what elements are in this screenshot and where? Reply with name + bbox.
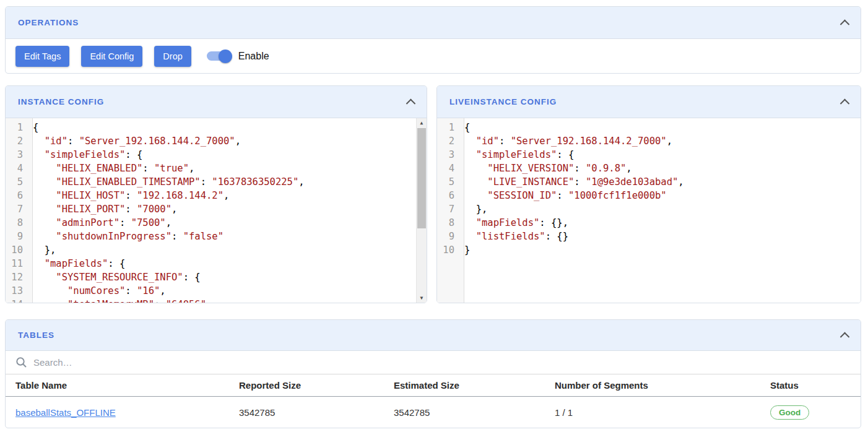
code-line: 1{ bbox=[6, 121, 427, 134]
code-line: 10 }, bbox=[6, 243, 427, 257]
liveinstance-config-editor[interactable]: 1{2 "id": "Server_192.168.144.2_7000",3 … bbox=[437, 118, 861, 303]
scroll-up-icon[interactable]: ▲ bbox=[417, 118, 427, 127]
column-header-table-name: Table Name bbox=[15, 380, 239, 391]
code-line: 2 "id": "Server_192.168.144.2_7000", bbox=[437, 134, 861, 148]
instance-config-title: INSTANCE CONFIG bbox=[18, 97, 104, 106]
code-line: 9 "listFields": {} bbox=[437, 230, 861, 243]
column-header-status: Status bbox=[770, 380, 851, 391]
status-badge: Good bbox=[770, 405, 809, 420]
chevron-up-icon[interactable] bbox=[840, 20, 850, 30]
code-line: 6 "SESSION_ID": "1000fcf1f1e000b" bbox=[437, 189, 861, 202]
instance-config-editor[interactable]: 1{2 "id": "Server_192.168.144.2_7000",3 … bbox=[6, 118, 427, 303]
edit-tags-button[interactable]: Edit Tags bbox=[15, 46, 69, 67]
operations-panel: OPERATIONS Edit Tags Edit Config Drop En… bbox=[5, 6, 861, 74]
config-row: INSTANCE CONFIG 1{2 "id": "Server_192.16… bbox=[5, 85, 861, 303]
column-header-estimated-size: Estimated Size bbox=[394, 380, 555, 391]
edit-config-button[interactable]: Edit Config bbox=[81, 46, 142, 67]
drop-button[interactable]: Drop bbox=[154, 46, 191, 67]
scrollbar-thumb[interactable] bbox=[417, 128, 426, 228]
code-line: 8 "mapFields": {}, bbox=[437, 216, 861, 230]
code-line: 3 "simpleFields": { bbox=[437, 148, 861, 162]
enable-toggle-label: Enable bbox=[238, 51, 269, 62]
operations-title: OPERATIONS bbox=[18, 18, 79, 27]
estimated-size-cell: 3542785 bbox=[394, 407, 555, 418]
code-line: 9 "shutdownInProgress": "false" bbox=[6, 230, 427, 243]
column-header-reported-size: Reported Size bbox=[239, 380, 394, 391]
operations-body: Edit Tags Edit Config Drop Enable bbox=[6, 39, 861, 73]
search-icon bbox=[15, 356, 27, 368]
tables-panel: TABLES Table Name Reported Size Estimate… bbox=[5, 319, 861, 428]
chevron-up-icon[interactable] bbox=[406, 99, 416, 109]
code-line: 6 "HELIX_HOST": "192.168.144.2", bbox=[6, 189, 427, 202]
chevron-up-icon[interactable] bbox=[840, 332, 850, 342]
vertical-scrollbar[interactable]: ▲ ▼ bbox=[416, 118, 427, 303]
column-header-number-of-segments: Number of Segments bbox=[555, 380, 770, 391]
tables-title: TABLES bbox=[18, 330, 54, 340]
table-name-link[interactable]: baseballStats_OFFLINE bbox=[15, 407, 116, 418]
liveinstance-config-header: LIVEINSTANCE CONFIG bbox=[437, 86, 861, 118]
code-line: 3 "simpleFields": { bbox=[6, 148, 427, 162]
operations-panel-header: OPERATIONS bbox=[6, 7, 861, 39]
table-row: baseballStats_OFFLINE354278535427851 / 1… bbox=[6, 397, 861, 428]
search-input[interactable] bbox=[33, 357, 851, 368]
liveinstance-config-title: LIVEINSTANCE CONFIG bbox=[449, 97, 557, 106]
instance-config-header: INSTANCE CONFIG bbox=[6, 86, 427, 118]
reported-size-cell: 3542785 bbox=[239, 407, 394, 418]
code-line: 13 "numCores": "16", bbox=[6, 284, 427, 298]
liveinstance-config-panel: LIVEINSTANCE CONFIG 1{2 "id": "Server_19… bbox=[436, 85, 861, 303]
code-line: 2 "id": "Server_192.168.144.2_7000", bbox=[6, 134, 427, 148]
page: OPERATIONS Edit Tags Edit Config Drop En… bbox=[0, 0, 868, 428]
code-line: 11 "mapFields": { bbox=[6, 257, 427, 270]
code-line: 1{ bbox=[437, 121, 861, 134]
segments-cell: 1 / 1 bbox=[555, 407, 770, 418]
code-lines: 1{2 "id": "Server_192.168.144.2_7000",3 … bbox=[437, 121, 861, 257]
instance-config-panel: INSTANCE CONFIG 1{2 "id": "Server_192.16… bbox=[5, 85, 427, 303]
toggle-thumb-icon bbox=[219, 50, 232, 63]
table-header-row: Table Name Reported Size Estimated Size … bbox=[6, 374, 861, 397]
code-line: 7 "HELIX_PORT": "7000", bbox=[6, 202, 427, 216]
enable-toggle[interactable] bbox=[207, 51, 230, 61]
code-line: 12 "SYSTEM_RESOURCE_INFO": { bbox=[6, 270, 427, 284]
chevron-up-icon[interactable] bbox=[840, 99, 850, 109]
tables-panel-header: TABLES bbox=[6, 320, 861, 351]
code-line: 5 "LIVE_INSTANCE": "1@9e3de103abad", bbox=[437, 175, 861, 189]
code-line: 10} bbox=[437, 243, 861, 257]
code-line: 4 "HELIX_ENABLED": "true", bbox=[6, 162, 427, 175]
search-bar bbox=[6, 351, 861, 374]
code-line: 5 "HELIX_ENABLED_TIMESTAMP": "1637836350… bbox=[6, 175, 427, 189]
scroll-down-icon[interactable]: ▼ bbox=[417, 293, 427, 303]
code-line: 4 "HELIX_VERSION": "0.9.8", bbox=[437, 162, 861, 175]
code-line: 8 "adminPort": "7500", bbox=[6, 216, 427, 230]
code-line: 7 }, bbox=[437, 202, 861, 216]
table-body: baseballStats_OFFLINE354278535427851 / 1… bbox=[6, 397, 861, 428]
code-line: 14 "totalMemoryMB": "64056", bbox=[6, 298, 427, 303]
code-lines: 1{2 "id": "Server_192.168.144.2_7000",3 … bbox=[6, 121, 427, 303]
